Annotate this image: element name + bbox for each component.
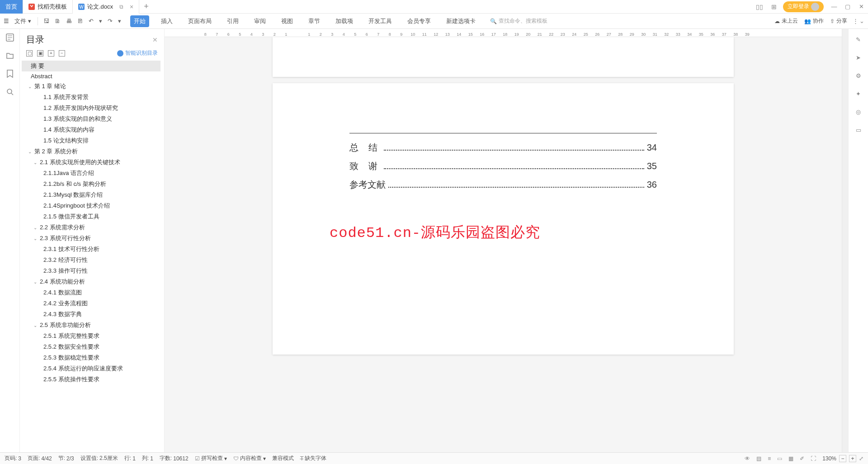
ribbon-tab-10[interactable]: 新建选项卡 [443, 15, 479, 27]
zoom-out-button[interactable]: − [839, 455, 846, 462]
sb-fit-icon[interactable]: ⛶ [811, 455, 816, 462]
tab-home[interactable]: 首页 [0, 0, 23, 14]
outline-item[interactable]: 2.1.2b/s 和 c/s 架构分析 [22, 179, 160, 189]
sb-section[interactable]: 节: 2/3 [58, 455, 74, 462]
close-window-button[interactable]: ✕ [854, 0, 868, 14]
sb-view-page-icon[interactable]: ▤ [756, 455, 761, 462]
command-search[interactable]: 🔍 查找命令、搜索模板 [490, 17, 547, 25]
outline-tool-collapse[interactable]: − [59, 50, 65, 57]
outline-item[interactable]: 2.4.1 数据流图 [22, 287, 160, 298]
file-menu[interactable]: 文件 ▾ [12, 17, 34, 25]
sb-spellcheck[interactable]: ☑拼写检查 ▾ [195, 455, 227, 462]
ribbon-tab-2[interactable]: 页面布局 [184, 15, 215, 27]
sb-compat[interactable]: 兼容模式 [272, 455, 294, 462]
ribbon-tab-0[interactable]: 开始 [130, 15, 149, 27]
undo-dropdown-icon[interactable]: ▾ [97, 18, 104, 24]
sb-highlight-icon[interactable]: ✐ [800, 455, 804, 462]
menu-icon[interactable]: ☰ [4, 18, 10, 24]
smart-outline-link[interactable]: 智能识别目录 [117, 49, 158, 57]
ribbon-tab-7[interactable]: 加载项 [332, 15, 357, 27]
outline-item[interactable]: 2.5.1 系统完整性要求 [22, 331, 160, 341]
cursor-rail-icon[interactable]: ➤ [854, 53, 863, 62]
outline-item[interactable]: ⌄2.3 系统可行性分析 [22, 233, 160, 244]
outline-item[interactable]: 2.5.4 系统运行的响应速度要求 [22, 363, 160, 374]
outline-item[interactable]: 2.5.5 系统操作性要求 [22, 374, 160, 385]
outline-item[interactable]: 摘 要 [22, 61, 160, 71]
help-rail-icon[interactable]: ◎ [854, 108, 863, 116]
assistant-rail-icon[interactable]: ✦ [854, 90, 863, 98]
horizontal-ruler[interactable]: 8765432112345678910111213141516171819202… [165, 29, 842, 37]
outline-close-icon[interactable]: ✕ [152, 36, 158, 43]
sb-contentcheck[interactable]: 🛡内容检查 ▾ [233, 455, 266, 462]
redo-icon[interactable]: ↷ [106, 18, 114, 24]
outline-item[interactable]: 1.3 系统实现的目的和意义 [22, 114, 160, 124]
outline-item[interactable]: ⌄第 1 章 绪论 [22, 81, 160, 92]
ribbon-tab-6[interactable]: 章节 [305, 15, 324, 27]
outline-item[interactable]: ⌄2.5 系统非功能分析 [22, 320, 160, 331]
share-button[interactable]: ⇧分享 [830, 17, 847, 25]
outline-item[interactable]: 2.3.2 经济可行性 [22, 255, 160, 265]
outline-item[interactable]: 1.4 系统实现的内容 [22, 124, 160, 135]
edit-rail-icon[interactable]: ✎ [854, 35, 863, 43]
chevron-down-icon[interactable]: ⌄ [28, 149, 33, 154]
sb-words[interactable]: 字数: 10612 [160, 455, 189, 462]
sb-eye-icon[interactable]: 👁 [745, 455, 750, 462]
outline-item[interactable]: 2.4.2 业务流程图 [22, 298, 160, 309]
chevron-down-icon[interactable]: ⌄ [33, 236, 38, 241]
outline-tool-1[interactable]: ▢ [26, 50, 33, 57]
login-button[interactable]: 立即登录 [783, 1, 824, 12]
outline-tool-expand[interactable]: + [48, 50, 54, 57]
outline-item[interactable]: 2.3.1 技术可行性分析 [22, 244, 160, 255]
outline-item[interactable]: ⌄2.1 系统实现所使用的关键技术 [22, 157, 160, 168]
sb-view-outline-icon[interactable]: ≡ [768, 455, 771, 462]
fullscreen-icon[interactable]: ⤢ [859, 455, 863, 462]
cloud-status[interactable]: ☁未上云 [774, 17, 798, 25]
outline-item[interactable]: 2.4.3 数据字典 [22, 309, 160, 320]
popout-icon[interactable]: ⧉ [119, 4, 123, 10]
outline-item[interactable]: 2.1.3Mysql 数据库介绍 [22, 189, 160, 200]
collab-button[interactable]: 👥协作 [804, 17, 824, 25]
toolbar-overflow[interactable]: ⋮ ⌄ [853, 18, 864, 24]
reading-rail-icon[interactable]: ▭ [854, 126, 863, 134]
bookmark-rail-icon[interactable] [7, 70, 13, 78]
outline-item[interactable]: Abstract [22, 71, 160, 81]
close-tab-icon[interactable]: × [130, 3, 133, 10]
ribbon-tab-8[interactable]: 开发工具 [365, 15, 396, 27]
minimize-button[interactable]: — [827, 0, 841, 14]
outline-item[interactable]: 2.3.3 操作可行性 [22, 265, 160, 276]
outline-item[interactable]: 2.1.1Java 语言介绍 [22, 168, 160, 179]
apps-icon[interactable]: ⊞ [769, 2, 778, 11]
save-icon[interactable]: 🖫 [42, 18, 51, 24]
ribbon-tab-4[interactable]: 审阅 [250, 15, 269, 27]
outline-item[interactable]: 1.5 论文结构安排 [22, 135, 160, 146]
tab-document[interactable]: W 论文.docx ⧉ × [73, 0, 139, 14]
new-tab-button[interactable]: + [139, 2, 153, 11]
sb-col[interactable]: 列: 1 [142, 455, 153, 462]
sb-page-no[interactable]: 页码: 3 [5, 455, 21, 462]
maximize-button[interactable]: ▢ [841, 0, 854, 14]
document-scroll[interactable]: 总 结34致 谢35参考文献36 code51.cn-源码乐园盗图必究 [165, 37, 842, 452]
outline-item[interactable]: 2.1.5 微信开发者工具 [22, 211, 160, 222]
page-current[interactable]: 总 结34致 谢35参考文献36 code51.cn-源码乐园盗图必究 [273, 83, 734, 355]
sb-setval[interactable]: 设置值: 2.5厘米 [80, 455, 118, 462]
chevron-down-icon[interactable]: ⌄ [28, 84, 33, 89]
vertical-scrollbar[interactable] [842, 29, 848, 452]
folder-rail-icon[interactable] [6, 52, 14, 60]
save-as-icon[interactable]: 🗎 [53, 18, 62, 24]
chevron-down-icon[interactable]: ⌄ [33, 323, 38, 328]
outline-item[interactable]: 1.1 系统开发背景 [22, 92, 160, 103]
outline-item[interactable]: ⌄第 2 章 系统分析 [22, 146, 160, 157]
ribbon-tab-9[interactable]: 会员专享 [404, 15, 434, 27]
print-preview-icon[interactable]: 🖹 [75, 18, 85, 24]
undo-icon[interactable]: ↶ [87, 18, 95, 24]
outline-item[interactable]: ⌄2.2 系统需求分析 [22, 222, 160, 233]
chevron-down-icon[interactable]: ⌄ [33, 160, 38, 165]
sb-view-read-icon[interactable]: ▭ [777, 455, 782, 462]
outline-item[interactable]: 2.1.4Springboot 技术介绍 [22, 200, 160, 211]
zoom-value[interactable]: 130% [822, 455, 836, 462]
settings-rail-icon[interactable]: ⚙ [854, 71, 863, 80]
ribbon-tab-5[interactable]: 视图 [278, 15, 297, 27]
sb-pages[interactable]: 页面: 4/42 [28, 455, 52, 462]
search-rail-icon[interactable] [6, 88, 14, 96]
outline-tool-2[interactable]: ▣ [37, 50, 43, 57]
